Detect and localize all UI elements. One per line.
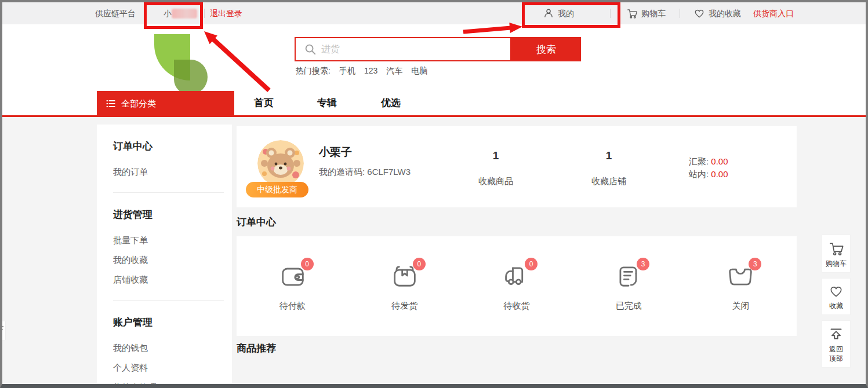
float-favorites-label: 收藏 xyxy=(829,301,843,310)
favorites-link[interactable]: 我的收藏 xyxy=(709,2,741,24)
tab-albums[interactable]: 专辑 xyxy=(317,96,337,109)
all-categories-label: 全部分类 xyxy=(121,98,156,109)
invite-code: 我的邀请码: 6CLF7LW3 xyxy=(319,167,411,178)
profile-name: 小栗子 xyxy=(319,145,352,160)
back-to-top-icon xyxy=(828,326,844,342)
count-badge: 3 xyxy=(749,258,761,270)
divider xyxy=(204,9,205,18)
order-status-closed[interactable]: 3 关闭 xyxy=(685,261,797,312)
cart-icon xyxy=(828,240,844,257)
search-placeholder: 进货 xyxy=(321,43,340,56)
divider xyxy=(610,9,611,18)
username-link[interactable]: 小 xyxy=(164,2,172,24)
left-edge-artifact xyxy=(0,321,6,340)
count-badge: 3 xyxy=(637,258,649,270)
divider xyxy=(113,300,224,301)
username-redaction-blur xyxy=(172,9,197,19)
balance-label: 站内: xyxy=(689,169,709,179)
order-status-label: 待发货 xyxy=(391,301,417,312)
order-status-pending-receipt[interactable]: 0 待收货 xyxy=(460,261,572,312)
order-center-title: 订单中心 xyxy=(237,215,276,229)
order-status-label: 已完成 xyxy=(616,301,642,312)
order-status-pending-shipment[interactable]: 0 待发货 xyxy=(348,261,460,312)
search-button[interactable]: 搜索 xyxy=(511,37,581,61)
float-favorites-button[interactable]: 收藏 xyxy=(822,278,851,315)
search-bar: 进货 搜索 xyxy=(295,37,581,61)
tab-home[interactable]: 首页 xyxy=(254,96,274,109)
order-status-card: 0 待付款 0 待发货 0 xyxy=(237,236,797,336)
stat-value: 1 xyxy=(455,149,536,162)
balances: 汇聚: 0.00 站内: 0.00 xyxy=(689,155,728,181)
hot-search-row: 热门搜索: 手机 123 汽车 电脑 xyxy=(296,66,427,76)
back-to-top-label: 返回顶部 xyxy=(829,345,843,363)
sidebar-section-order-center: 订单中心 xyxy=(113,140,232,153)
back-to-top-button[interactable]: 返回顶部 xyxy=(822,320,851,368)
stat-label: 收藏店铺 xyxy=(568,176,649,187)
divider xyxy=(680,9,680,18)
order-status-pending-payment[interactable]: 0 待付款 xyxy=(237,261,348,312)
stat-fav-shops[interactable]: 1 收藏店铺 xyxy=(568,149,649,187)
search-icon xyxy=(304,43,317,56)
product-recommend-title: 商品推荐 xyxy=(237,342,276,355)
sidebar-item-my-wallet[interactable]: 我的钱包 xyxy=(113,343,232,353)
sidebar-item-my-favorites[interactable]: 我的收藏 xyxy=(113,255,232,265)
page: 供应链平台 小 退出登录 我的 购物车 我的收藏 供货商入口 xyxy=(0,0,868,388)
hot-search-item[interactable]: 123 xyxy=(364,66,377,76)
count-badge: 0 xyxy=(413,258,426,270)
search-input[interactable]: 进货 xyxy=(295,37,511,61)
list-menu-icon xyxy=(105,98,117,109)
heart-icon xyxy=(829,284,844,299)
stat-label: 收藏商品 xyxy=(455,176,536,187)
balance-row: 站内: 0.00 xyxy=(689,168,728,181)
sidebar-section-account-mgmt: 账户管理 xyxy=(113,316,232,329)
cart-icon xyxy=(626,8,638,19)
avatar[interactable] xyxy=(257,140,304,186)
balance-label: 汇聚: xyxy=(689,156,709,166)
order-status-label: 待付款 xyxy=(279,301,306,312)
sidebar-section-purchase-mgmt: 进货管理 xyxy=(113,208,232,221)
sidebar-item-personal-info[interactable]: 个人资料 xyxy=(113,363,232,373)
platform-label: 供应链平台 xyxy=(95,2,136,24)
sidebar-item-recipient-mgmt[interactable]: 收件人管理 xyxy=(113,382,232,388)
order-status-completed[interactable]: 3 已完成 xyxy=(573,261,685,312)
heart-icon xyxy=(693,8,705,19)
logo-shape-dark xyxy=(174,60,208,94)
order-status-label: 关闭 xyxy=(732,301,749,312)
site-logo[interactable] xyxy=(154,34,212,87)
logout-link[interactable]: 退出登录 xyxy=(210,2,242,24)
stat-value: 1 xyxy=(568,149,649,162)
wholesaler-level-badge: 中级批发商 xyxy=(246,182,308,197)
sidebar-item-bulk-order[interactable]: 批量下单 xyxy=(113,235,232,246)
all-categories-button[interactable]: 全部分类 xyxy=(97,91,234,116)
my-account-link[interactable]: 我的 xyxy=(558,2,574,24)
count-badge: 0 xyxy=(301,258,314,270)
count-badge: 0 xyxy=(525,258,537,270)
float-cart-label: 购物车 xyxy=(826,259,847,268)
hot-search-label: 热门搜索: xyxy=(296,66,331,76)
sidebar-item-shop-favorites[interactable]: 店铺收藏 xyxy=(113,274,232,285)
user-icon xyxy=(543,8,554,19)
cart-link[interactable]: 购物车 xyxy=(641,2,666,24)
tab-featured[interactable]: 优选 xyxy=(381,96,401,109)
float-cart-button[interactable]: 购物车 xyxy=(822,235,851,273)
floating-toolbar: 购物车 收藏 返回顶部 xyxy=(822,235,851,373)
sidebar-item-my-orders[interactable]: 我的订单 xyxy=(113,167,232,177)
profile-card: 中级批发商 小栗子 我的邀请码: 6CLF7LW3 1 收藏商品 1 收藏店铺 … xyxy=(237,126,797,207)
hot-search-item[interactable]: 电脑 xyxy=(411,66,427,76)
order-status-label: 待收货 xyxy=(504,301,530,312)
balance-row: 汇聚: 0.00 xyxy=(689,155,728,168)
supplier-entry-link[interactable]: 供货商入口 xyxy=(753,2,794,24)
hot-search-item[interactable]: 手机 xyxy=(339,66,355,76)
hot-search-item[interactable]: 汽车 xyxy=(386,66,402,76)
account-sidebar: 订单中心 我的订单 进货管理 批量下单 我的收藏 店铺收藏 账户管理 我的钱包 … xyxy=(97,125,232,384)
balance-value: 0.00 xyxy=(711,169,728,179)
divider xyxy=(113,192,224,193)
balance-value: 0.00 xyxy=(711,156,728,166)
stat-fav-products[interactable]: 1 收藏商品 xyxy=(455,149,536,187)
top-bar: 供应链平台 小 退出登录 我的 购物车 我的收藏 供货商入口 xyxy=(2,2,866,24)
